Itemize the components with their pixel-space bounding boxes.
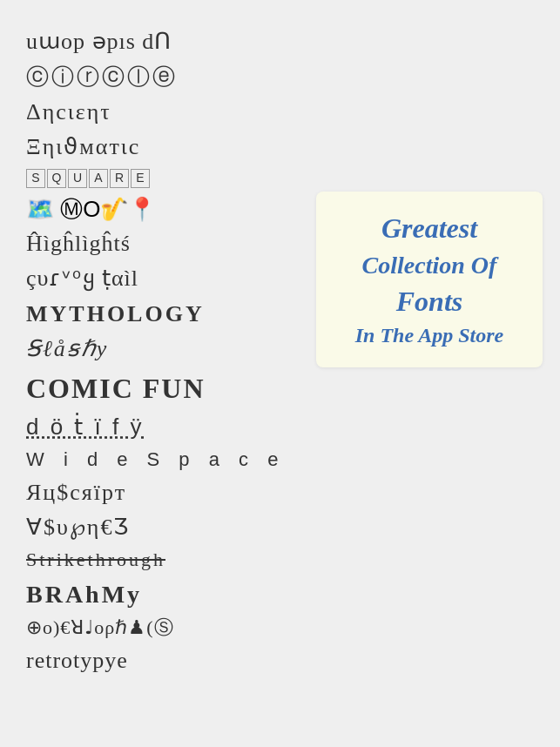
mythology-font: MYTHOLOGY: [26, 301, 205, 326]
list-item: Яц$cяïрт: [26, 477, 285, 508]
widespace-font: W i d e S p a c e: [26, 448, 285, 470]
callout-collection: Collection Of: [329, 248, 530, 282]
highlights-font: Ĥìgĥlìgĥtś: [26, 231, 131, 256]
retro-font: retrotypye: [26, 648, 128, 673]
list-item: uɯop əpıs dՈ: [26, 26, 285, 57]
list-item: retrotypye: [26, 645, 285, 676]
callout-greatest: Greatest: [329, 209, 530, 248]
callout-fonts: Fonts: [329, 282, 530, 321]
list-item: S Q U A R E: [26, 169, 285, 188]
list-item: COMIC FUN: [26, 369, 285, 408]
callout-store: In The App Store: [329, 321, 530, 351]
upside-down-font: uɯop əpıs dՈ: [26, 29, 172, 54]
list-item: Δηcιεητ: [26, 97, 285, 128]
emoji-font: 🗺️ ⓂO🎷📍: [26, 196, 156, 222]
special-font: ⊕ο)€ꓤ♩ορℏ♟(Ⓢ: [26, 616, 174, 638]
circle-font: ⓒⓘⓡⓒⓛⓔ: [26, 64, 178, 90]
list-item: 🗺️ ⓂO🎷📍: [26, 193, 285, 225]
list-item: W i d e S p a c e: [26, 447, 285, 474]
strikethrough-font: Strikethrough: [26, 548, 165, 570]
list-item: Ꞩℓåꞩℏу: [26, 333, 285, 365]
script-font: Яц$cяïрт: [26, 480, 126, 505]
sq-q: Q: [47, 169, 66, 188]
list-item: MYTHOLOGY: [26, 299, 285, 330]
list-item: d ö ṫ ï f ÿ: [26, 411, 285, 442]
font-list: uɯop əpıs dՈ ⓒⓘⓡⓒⓛⓔ Δηcιεητ Ξηιϑмαтιc S …: [26, 26, 285, 676]
curvy-font: çυɾᵛᵒყ ṭαìl: [26, 266, 138, 291]
dotify-font: d ö ṫ ï f ÿ: [26, 414, 145, 440]
list-item: Strikethrough: [26, 547, 285, 574]
symbols-font: ∀$υ℘η€Ʒ: [26, 515, 130, 540]
comic-font: COMIC FUN: [26, 373, 206, 404]
list-item: ⊕ο)€ꓤ♩ορℏ♟(Ⓢ: [26, 615, 285, 642]
callout-box: Greatest Collection Of Fonts In The App …: [316, 192, 543, 367]
list-item: çυɾᵛᵒყ ṭαìl: [26, 263, 285, 294]
sq-e: E: [131, 169, 150, 188]
list-item: BRAhMy: [26, 577, 285, 611]
ancient-font: Δηcιεητ: [26, 99, 111, 124]
app-background: uɯop əpıs dՈ ⓒⓘⓡⓒⓛⓔ Δηcιεητ Ξηιϑмαтιc S …: [0, 0, 560, 747]
sq-a: A: [89, 169, 108, 188]
brahmy-font: BRAhMy: [26, 581, 142, 608]
sq-r: R: [110, 169, 129, 188]
enigmatic-font: Ξηιϑмαтιc: [26, 134, 140, 159]
list-item: Ξηιϑмαтιc: [26, 131, 285, 163]
sq-s: S: [26, 169, 45, 188]
list-item: ∀$υ℘η€Ʒ: [26, 512, 285, 543]
list-item: Ĥìgĥlìgĥtś: [26, 228, 285, 259]
slashy-font: Ꞩℓåꞩℏу: [26, 336, 108, 361]
list-item: ⓒⓘⓡⓒⓛⓔ: [26, 61, 285, 92]
sq-u: U: [68, 169, 87, 188]
